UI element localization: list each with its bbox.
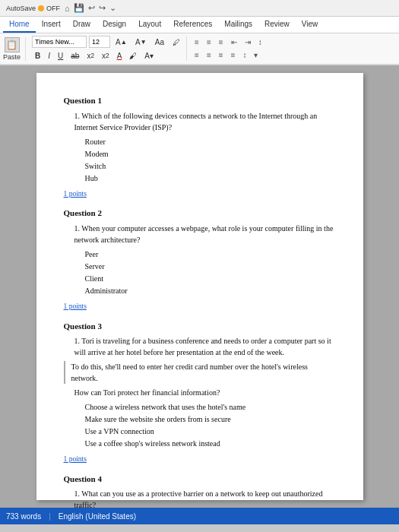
font-color2-button[interactable]: A▾: [141, 49, 157, 62]
tab-draw[interactable]: Draw: [67, 17, 97, 33]
paste-button[interactable]: 📋 Paste: [3, 37, 21, 61]
redo-icon[interactable]: ↪: [99, 3, 106, 13]
list-item: Client: [85, 273, 336, 285]
para-row2: ≡ ≡ ≡ ≡ ↕ ▾: [192, 49, 265, 61]
question-2-choices: Peer Server Client Administrator: [64, 249, 336, 297]
font-size-input[interactable]: [89, 36, 110, 48]
grow-font-button[interactable]: A▲: [112, 36, 130, 48]
question-3-points[interactable]: 1 points: [64, 455, 87, 463]
subscript-button[interactable]: x2: [84, 49, 97, 62]
shading-button[interactable]: ▾: [251, 49, 261, 61]
decrease-indent-button[interactable]: ⇤: [228, 36, 240, 48]
word-count: 733 words: [6, 512, 41, 521]
highlight-button[interactable]: 🖌: [126, 49, 140, 62]
increase-indent-button[interactable]: ⇥: [242, 36, 254, 48]
underline-button[interactable]: U: [55, 49, 66, 62]
align-center-button[interactable]: ≡: [204, 49, 214, 61]
ribbon-tabs: Home Insert Draw Design Layout Reference…: [0, 17, 399, 33]
tab-insert[interactable]: Insert: [36, 17, 67, 33]
paste-label: Paste: [3, 53, 21, 61]
bullets-button[interactable]: ≡: [192, 36, 202, 48]
para-row1: ≡ ≡ ≡ ⇤ ⇥ ↕: [192, 36, 265, 48]
status-bar: 733 words | English (United States): [0, 508, 399, 524]
title-bar: AutoSave OFF ⌂ 💾 ↩ ↪ ⌄: [0, 0, 399, 17]
font-row2: B I U ab x2 x2 A 🖌 A▾: [32, 49, 183, 62]
title-bar-left: AutoSave OFF ⌂ 💾 ↩ ↪ ⌄: [6, 3, 393, 13]
list-item: Use a VPN connection: [85, 426, 336, 438]
autosave-area: AutoSave OFF: [6, 5, 60, 12]
numbering-button[interactable]: ≡: [204, 36, 214, 48]
question-4-title: Question 4: [64, 473, 336, 486]
sort-button[interactable]: ↕: [255, 36, 265, 48]
list-item: Server: [85, 261, 336, 273]
strikethrough-button[interactable]: ab: [68, 49, 82, 62]
paste-area: 📋 Paste: [3, 37, 26, 61]
list-item: Peer: [85, 249, 336, 261]
question-3-question2: How can Tori protect her financial infor…: [64, 387, 336, 398]
question-3-block: Question 3 1. Tori is traveling for a bu…: [64, 320, 336, 465]
align-right-button[interactable]: ≡: [216, 49, 226, 61]
tab-layout[interactable]: Layout: [132, 17, 167, 33]
question-2-text: 1. When your computer accesses a webpage…: [64, 223, 336, 245]
language-label: English (United States): [59, 512, 136, 521]
para-group: ≡ ≡ ≡ ⇤ ⇥ ↕ ≡ ≡ ≡ ≡ ↕ ▾: [186, 36, 265, 61]
autosave-state: OFF: [46, 5, 60, 12]
font-row1: A▲ A▼ Aa 🖊: [32, 36, 183, 48]
list-item: Router: [85, 136, 336, 148]
list-item: Administrator: [85, 285, 336, 297]
question-4-block: Question 4 1. What can you use as a prot…: [64, 473, 336, 508]
paste-icon: 📋: [5, 37, 20, 52]
question-1-choices: Router Modem Switch Hub: [64, 136, 336, 185]
justify-button[interactable]: ≡: [228, 49, 239, 61]
document-area: Question 1 1. Which of the following dev…: [0, 65, 399, 508]
ribbon: Home Insert Draw Design Layout Reference…: [0, 17, 399, 65]
question-2-points[interactable]: 1 points: [64, 302, 87, 310]
customize-icon[interactable]: ⌄: [109, 3, 116, 13]
multilevel-button[interactable]: ≡: [216, 36, 226, 48]
line-spacing-button[interactable]: ↕: [239, 49, 249, 61]
list-item: Use a coffee shop's wireless network ins…: [85, 438, 336, 450]
question-3-choices: Choose a wireless network that uses the …: [64, 401, 336, 450]
autosave-indicator: [38, 5, 44, 11]
title-icons: ⌂ 💾 ↩ ↪ ⌄: [65, 3, 116, 13]
question-2-block: Question 2 1. When your computer accesse…: [64, 207, 336, 312]
change-case-button[interactable]: Aa: [152, 36, 167, 48]
question-2-title: Question 2: [64, 207, 336, 220]
tab-mailings[interactable]: Mailings: [218, 17, 258, 33]
font-color-button[interactable]: A: [114, 49, 125, 62]
question-3-title: Question 3: [64, 320, 336, 333]
home-icon[interactable]: ⌂: [65, 4, 70, 13]
list-item: Choose a wireless network that uses the …: [85, 401, 336, 413]
list-item: Switch: [85, 160, 336, 173]
question-1-title: Question 1: [64, 94, 336, 107]
question-1-text: 1. Which of the following devices connec…: [64, 110, 336, 133]
tab-home[interactable]: Home: [3, 17, 36, 33]
align-left-button[interactable]: ≡: [192, 49, 202, 61]
question-1-points[interactable]: 1 points: [64, 190, 87, 198]
list-item: Hub: [85, 173, 336, 185]
autosave-label: AutoSave: [6, 5, 36, 12]
bold-button[interactable]: B: [32, 49, 43, 62]
undo-icon[interactable]: ↩: [88, 3, 95, 13]
save-icon[interactable]: 💾: [74, 3, 84, 13]
tab-review[interactable]: Review: [258, 17, 296, 33]
font-name-input[interactable]: [32, 36, 87, 48]
question-3-subtext: To do this, she'll need to enter her cre…: [64, 361, 336, 384]
list-item: Modem: [85, 148, 336, 160]
tab-view[interactable]: View: [296, 17, 325, 33]
question-4-text: 1. What can you use as a protective barr…: [64, 488, 336, 508]
list-item: Make sure the website she orders from is…: [85, 413, 336, 426]
shrink-font-button[interactable]: A▼: [132, 36, 150, 48]
italic-button[interactable]: I: [45, 49, 53, 62]
tab-references[interactable]: References: [167, 17, 218, 33]
question-3-text: 1. Tori is traveling for a business conf…: [64, 335, 336, 358]
toolbar-row: 📋 Paste A▲ A▼ Aa 🖊 B I U ab x2 x2 A 🖌: [0, 33, 399, 65]
document-page: Question 1 1. Which of the following dev…: [36, 73, 363, 500]
clear-format-button[interactable]: 🖊: [169, 36, 183, 48]
status-separator: |: [49, 512, 51, 521]
tab-design[interactable]: Design: [97, 17, 132, 33]
language-indicator: English (United States): [59, 512, 136, 521]
font-group: A▲ A▼ Aa 🖊 B I U ab x2 x2 A 🖌 A▾: [32, 36, 183, 62]
superscript-button[interactable]: x2: [99, 49, 112, 62]
question-1-block: Question 1 1. Which of the following dev…: [64, 94, 336, 199]
